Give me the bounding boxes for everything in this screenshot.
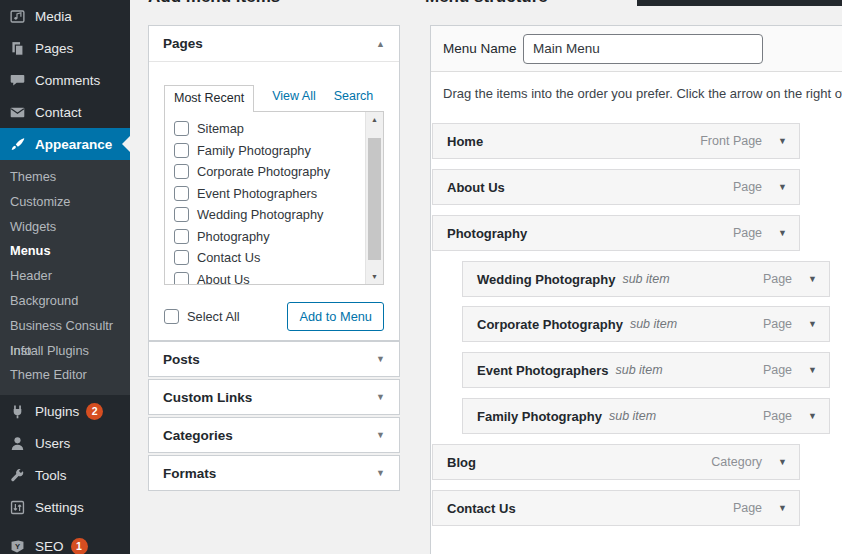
sidebar-item-label: SEO	[35, 539, 64, 554]
posts-accordion-header[interactable]: Posts ▼	[148, 341, 400, 377]
checkbox[interactable]	[174, 229, 189, 244]
chevron-up-icon: ▲	[376, 39, 385, 49]
sidebar-item-plugins[interactable]: Plugins 2	[0, 395, 130, 427]
pages-accordion-header[interactable]: Pages ▲	[149, 26, 399, 62]
sidebar-item-appearance[interactable]: Appearance	[0, 128, 130, 160]
menu-item-contact-us[interactable]: Contact Us Page ▼	[432, 490, 800, 526]
chevron-down-icon[interactable]: ▼	[808, 274, 817, 284]
submenu-item-header[interactable]: Header	[0, 264, 130, 289]
checkbox[interactable]	[174, 186, 189, 201]
menu-item-family-photography[interactable]: Family Photography sub item Page ▼	[462, 398, 830, 434]
pages-accordion-panel: Pages ▲ Most Recent View All Search Site…	[148, 25, 400, 341]
submenu-item-menus[interactable]: Menus	[0, 239, 130, 264]
checkbox[interactable]	[174, 143, 189, 158]
select-all-label: Select All	[187, 309, 240, 324]
sub-item-label: sub item	[630, 317, 677, 331]
submenu-item-customize[interactable]: Customize	[0, 190, 130, 215]
submenu-item-themes[interactable]: Themes	[0, 165, 130, 190]
checkbox[interactable]	[174, 207, 189, 222]
chevron-down-icon[interactable]: ▼	[778, 457, 787, 467]
checkbox[interactable]	[174, 121, 189, 136]
pages-accordion-title: Pages	[163, 36, 203, 51]
menu-item-title: About Us	[447, 180, 505, 195]
chevron-down-icon[interactable]: ▼	[778, 228, 787, 238]
page-checkbox-row: Event Photographers	[165, 183, 383, 205]
menu-item-type: Page	[763, 317, 792, 331]
page-checkbox-row: Wedding Photography	[165, 204, 383, 226]
sidebar-item-users[interactable]: Users	[0, 427, 130, 459]
chevron-down-icon[interactable]: ▼	[778, 136, 787, 146]
chevron-down-icon[interactable]: ▼	[808, 319, 817, 329]
menu-item-title: Family Photography	[477, 409, 602, 424]
pages-icon	[9, 40, 26, 57]
add-to-menu-button[interactable]: Add to Menu	[287, 302, 384, 331]
menu-structure-heading: Menu structure	[425, 0, 685, 9]
categories-accordion-header[interactable]: Categories ▼	[148, 417, 400, 453]
comments-icon	[9, 72, 26, 89]
checkbox[interactable]	[174, 250, 189, 265]
menu-item-type: Page	[733, 180, 762, 194]
menu-item-blog[interactable]: Blog Category ▼	[432, 444, 800, 480]
menu-item-about-us[interactable]: About Us Page ▼	[432, 169, 800, 205]
chevron-down-icon[interactable]: ▼	[808, 411, 817, 421]
submenu-item-theme-editor[interactable]: Theme Editor	[0, 363, 130, 388]
plugins-update-badge: 2	[86, 403, 103, 420]
envelope-icon	[9, 104, 26, 121]
menu-item-home[interactable]: Home Front Page ▼	[432, 123, 800, 159]
page-checkbox-row: Family Photography	[165, 140, 383, 162]
appearance-submenu: Themes Customize Widgets Menus Header Ba…	[0, 160, 130, 395]
tab-search[interactable]: Search	[334, 84, 374, 111]
settings-icon	[9, 499, 26, 516]
checkbox[interactable]	[174, 164, 189, 179]
sidebar-item-comments[interactable]: Comments	[0, 64, 130, 96]
page-checkbox-row: Sitemap	[165, 118, 383, 140]
menu-item-title: Contact Us	[447, 501, 516, 516]
submenu-item-background[interactable]: Background	[0, 289, 130, 314]
checkbox[interactable]	[174, 272, 189, 285]
page-checkbox-label: Corporate Photography	[197, 164, 330, 179]
list-scrollbar[interactable]: ▲ ▼	[365, 112, 383, 284]
yoast-seo-icon: Y	[9, 538, 26, 554]
chevron-down-icon[interactable]: ▼	[778, 503, 787, 513]
submenu-item-business-consultr-info[interactable]: Business Consultr Info	[0, 314, 130, 339]
page-checkbox-label: Event Photographers	[197, 186, 317, 201]
menu-item-event-photographers[interactable]: Event Photographers sub item Page ▼	[462, 352, 830, 388]
menu-item-type: Page	[763, 409, 792, 423]
scrollbar-thumb[interactable]	[368, 138, 381, 260]
menu-item-wedding-photography[interactable]: Wedding Photography sub item Page ▼	[462, 261, 830, 297]
media-icon	[9, 8, 26, 25]
submenu-item-widgets[interactable]: Widgets	[0, 215, 130, 240]
sidebar-item-settings[interactable]: Settings	[0, 491, 130, 523]
plugins-icon	[9, 403, 26, 420]
page-checkbox-label: Sitemap	[197, 121, 244, 136]
wordpress-menus-screen: Media Pages Comments Contact Appearance …	[0, 0, 842, 554]
menu-item-title: Home	[447, 134, 483, 149]
menu-name-input[interactable]	[523, 34, 763, 64]
sidebar-item-seo[interactable]: Y SEO 1	[0, 530, 130, 554]
sidebar-item-label: Pages	[35, 41, 73, 56]
scrollbar-down-icon[interactable]: ▼	[366, 273, 383, 280]
tab-most-recent[interactable]: Most Recent	[164, 85, 254, 112]
menu-item-type: Page	[733, 226, 762, 240]
sidebar-item-contact[interactable]: Contact	[0, 96, 130, 128]
tab-view-all[interactable]: View All	[272, 84, 316, 111]
select-all-checkbox[interactable]	[164, 309, 179, 324]
sidebar-item-media[interactable]: Media	[0, 0, 130, 32]
sidebar-item-label: Settings	[35, 500, 84, 515]
sidebar-item-label: Contact	[35, 105, 82, 120]
formats-accordion-header[interactable]: Formats ▼	[148, 455, 400, 491]
chevron-down-icon[interactable]: ▼	[808, 365, 817, 375]
chevron-down-icon[interactable]: ▼	[778, 182, 787, 192]
sidebar-item-tools[interactable]: Tools	[0, 459, 130, 491]
page-checkbox-row: Contact Us	[165, 247, 383, 269]
page-checkbox-label: Contact Us	[197, 250, 260, 265]
submenu-item-install-plugins[interactable]: Install Plugins	[0, 339, 130, 364]
seo-notification-badge: 1	[71, 538, 88, 554]
scrollbar-up-icon[interactable]: ▲	[366, 116, 383, 123]
custom-links-accordion-header[interactable]: Custom Links ▼	[148, 379, 400, 415]
sidebar-item-pages[interactable]: Pages	[0, 32, 130, 64]
menu-name-header: Menu Name	[431, 26, 842, 72]
menu-item-photography[interactable]: Photography Page ▼	[432, 215, 800, 251]
menu-item-corporate-photography[interactable]: Corporate Photography sub item Page ▼	[462, 306, 830, 342]
sidebar-separator	[0, 523, 130, 530]
